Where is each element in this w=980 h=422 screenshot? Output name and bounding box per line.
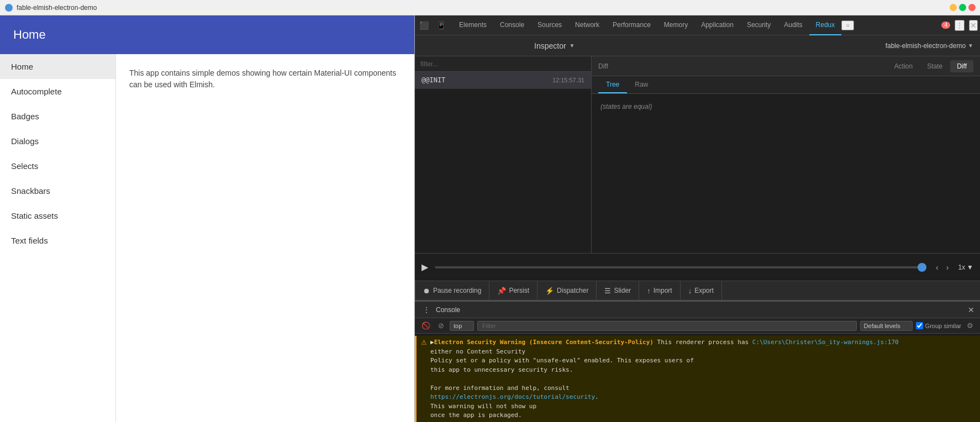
console-filter-icon[interactable]: ⊘	[436, 320, 446, 331]
console-filter-input[interactable]	[477, 321, 857, 331]
devtools-extra-icons: 4 ⋮ ✕	[939, 20, 978, 31]
diff-action-tab[interactable]: Action	[888, 60, 919, 72]
console-close-button[interactable]: ✕	[968, 305, 974, 314]
title-bar-title: fable-elmish-electron-demo	[17, 4, 950, 12]
devtools-close-icon[interactable]: ✕	[969, 20, 978, 31]
sidebar-item-autocomplete[interactable]: Autocomplete	[0, 79, 115, 104]
action-list-panel: @@INIT 12:15:57.31	[415, 56, 592, 253]
svg-point-0	[5, 4, 13, 12]
timeline-nav: ‹ ›	[933, 261, 951, 273]
redux-toolbar: ⏺ Pause recording 📌 Persist ⚡ Dispatcher…	[415, 281, 980, 300]
app-header-title: Home	[13, 28, 46, 42]
filter-input[interactable]	[420, 60, 586, 68]
devtools-inspect-icon[interactable]: ⬛	[417, 19, 431, 32]
console-error-badge: 4	[941, 22, 950, 29]
tab-security[interactable]: Security	[740, 15, 777, 35]
console-body: ⚠ ▶Electron Security Warning (Insecure C…	[415, 334, 980, 422]
timeline-speed: 1x ▼	[958, 263, 973, 271]
console-panel: ⋮ Console ✕ 🚫 ⊘ top Default levels Group…	[415, 300, 980, 422]
import-icon: ↑	[647, 287, 651, 295]
app-section: Home Home Autocomplete Badges Dialogs Se	[0, 15, 414, 422]
minimize-button[interactable]	[950, 4, 957, 11]
console-settings-button[interactable]: ⚙	[965, 320, 976, 331]
sidebar-item-home[interactable]: Home	[0, 54, 115, 79]
sub-tab-raw[interactable]: Raw	[627, 76, 656, 93]
home-description: This app contains simple demos showing h…	[129, 67, 401, 91]
sidebar: Home Autocomplete Badges Dialogs Selects…	[0, 54, 116, 422]
console-warning-source-link[interactable]: C:\Users\Christer\So_ity-warnings.js:170	[752, 339, 899, 346]
tab-redux[interactable]: Redux	[809, 15, 842, 35]
console-header: ⋮ Console ✕	[415, 302, 980, 318]
action-name: @@INIT	[421, 76, 548, 84]
close-button[interactable]	[968, 4, 976, 11]
action-time: 12:15:57.31	[552, 77, 584, 83]
devtools-more-options[interactable]: ⋮	[955, 20, 965, 31]
action-item-init[interactable]: @@INIT 12:15:57.31	[415, 72, 591, 89]
tab-console[interactable]: Console	[493, 15, 531, 35]
tab-elements[interactable]: Elements	[452, 15, 493, 35]
window-controls[interactable]	[950, 4, 976, 11]
console-level-select[interactable]: Default levels	[860, 321, 913, 331]
sidebar-item-text-fields[interactable]: Text fields	[0, 228, 115, 253]
sidebar-item-selects[interactable]: Selects	[0, 154, 115, 178]
console-menu-button[interactable]: ⋮	[420, 304, 433, 315]
console-context-select[interactable]: top	[450, 321, 474, 331]
timeline-progress	[918, 263, 926, 272]
inspector-app-name: fable-elmish-electron-demo	[886, 42, 966, 50]
slider-button[interactable]: ☰ Slider	[597, 281, 639, 300]
timeline-next-btn[interactable]: ›	[944, 261, 952, 273]
devtools-panel: ⬛ 📱 Elements Console Sources Network Per…	[414, 15, 980, 422]
dispatcher-button[interactable]: ⚡ Dispatcher	[538, 281, 597, 300]
import-button[interactable]: ↑ Import	[639, 281, 681, 300]
sidebar-item-snackbars[interactable]: Snackbars	[0, 178, 115, 203]
sidebar-item-dialogs[interactable]: Dialogs	[0, 129, 115, 154]
tab-performance[interactable]: Performance	[606, 15, 657, 35]
diff-tabs-bar: Diff Action State Diff	[592, 56, 980, 76]
sub-tab-tree[interactable]: Tree	[598, 76, 627, 93]
tab-sources[interactable]: Sources	[531, 15, 568, 35]
inspector-title-area: Inspector ▼	[415, 41, 694, 50]
filter-bar	[415, 56, 591, 72]
diff-tab-label: Diff	[598, 62, 608, 70]
tab-application[interactable]: Application	[694, 15, 740, 35]
sidebar-item-badges[interactable]: Badges	[0, 104, 115, 129]
timeline-track[interactable]	[435, 266, 926, 268]
devtools-tabs-bar: ⬛ 📱 Elements Console Sources Network Per…	[415, 15, 980, 35]
devtools-device-icon[interactable]: 📱	[434, 19, 448, 32]
console-warning-text: ▶Electron Security Warning (Insecure Con…	[430, 338, 976, 420]
console-warning-help-link[interactable]: https://electronjs.org/docs/tutorial/sec…	[430, 393, 595, 400]
console-group-similar-checkbox[interactable]	[916, 322, 923, 329]
tab-more-button[interactable]: »	[841, 20, 854, 30]
inspector-app-dropdown-icon[interactable]: ▼	[968, 43, 973, 49]
app-body: Home Autocomplete Badges Dialogs Selects…	[0, 54, 414, 422]
persist-button[interactable]: 📌 Persist	[489, 281, 538, 300]
diff-state-tab[interactable]: State	[920, 60, 949, 72]
timeline-speed-dropdown[interactable]: ▼	[967, 263, 973, 271]
diff-action-tabs: Action State Diff	[888, 60, 973, 72]
tab-network[interactable]: Network	[568, 15, 606, 35]
inspector-header: Inspector ▼ fable-elmish-electron-demo ▼	[415, 35, 980, 56]
inspector-title: Inspector	[534, 41, 566, 50]
console-title: Console	[436, 306, 460, 314]
app-icon	[4, 3, 13, 12]
tab-memory[interactable]: Memory	[657, 15, 694, 35]
diff-diff-tab[interactable]: Diff	[950, 60, 973, 72]
console-group-similar-label: Group similar	[916, 322, 961, 329]
pause-recording-button[interactable]: ⏺ Pause recording	[415, 281, 489, 300]
diff-panel: Diff Action State Diff Tree Raw	[592, 56, 980, 253]
console-clear-button[interactable]: 🚫	[419, 320, 433, 331]
inspector-dropdown-icon[interactable]: ▼	[570, 43, 575, 49]
tab-audits[interactable]: Audits	[777, 15, 809, 35]
console-toolbar: 🚫 ⊘ top Default levels Group similar ⚙	[415, 318, 980, 334]
timeline-prev-btn[interactable]: ‹	[933, 261, 941, 273]
play-button[interactable]: ▶	[421, 262, 428, 272]
inspector-main: @@INIT 12:15:57.31 Diff Action State Dif…	[415, 56, 980, 253]
export-button[interactable]: ↓ Export	[681, 281, 722, 300]
console-warning-main: ▶Electron Security Warning (Insecure Con…	[430, 339, 752, 346]
export-icon: ↓	[688, 287, 692, 295]
title-bar: fable-elmish-electron-demo	[0, 0, 980, 15]
maximize-button[interactable]	[959, 4, 966, 11]
sidebar-item-static-assets[interactable]: Static assets	[0, 203, 115, 228]
persist-icon: 📌	[497, 287, 506, 295]
redux-timeline: ▶ ‹ › 1x ▼	[415, 253, 980, 281]
